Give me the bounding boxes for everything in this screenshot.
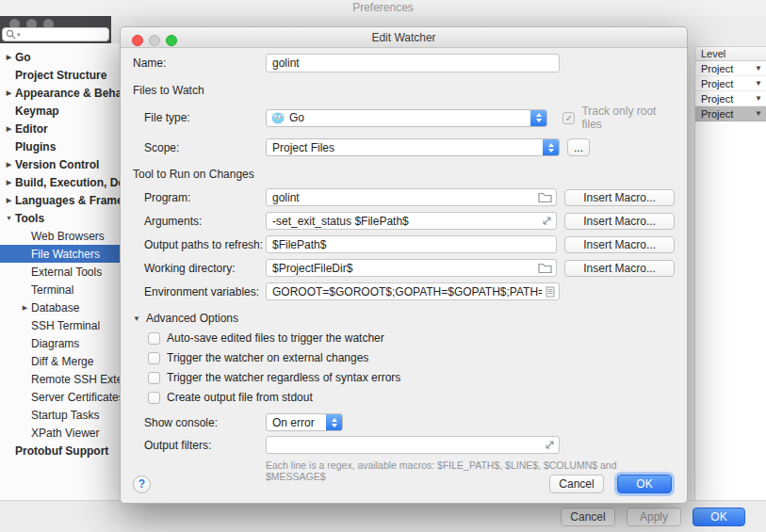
sidebar-item-build-execution-deployment[interactable]: ▶Build, Execution, Deployment <box>0 173 120 191</box>
settings-search-box[interactable]: ▾ <box>2 27 109 41</box>
dropdown-stepper-icon[interactable] <box>530 110 546 126</box>
expand-field-icon[interactable] <box>545 440 555 450</box>
sidebar-item-project-structure[interactable]: Project Structure <box>0 66 120 84</box>
disclosure-right-icon[interactable]: ▶ <box>3 89 15 97</box>
output-filters-input[interactable] <box>272 439 541 452</box>
level-cell-dropdown[interactable]: Project▼ <box>695 91 766 106</box>
sidebar-item-label: Appearance & Behavior <box>15 87 120 100</box>
insert-macro-button[interactable]: Insert Macro... <box>564 236 675 253</box>
track-only-root-files-checkbox[interactable]: ✓ Track only root files <box>562 105 675 131</box>
chevron-down-icon[interactable]: ▼ <box>755 64 762 73</box>
disclosure-right-icon[interactable]: ▶ <box>19 304 31 312</box>
output-paths-field[interactable] <box>266 235 557 253</box>
preferences-cancel-button[interactable]: Cancel <box>561 508 615 526</box>
sidebar-item-label: Remote SSH External Tools <box>31 373 120 386</box>
file-type-value: Go <box>289 111 304 124</box>
insert-macro-button[interactable]: Insert Macro... <box>564 260 675 277</box>
checkbox-unchecked-icon[interactable] <box>148 332 160 345</box>
sidebar-item-protobuf-support[interactable]: Protobuf Support <box>0 442 120 459</box>
search-input[interactable] <box>21 29 106 40</box>
edit-watcher-dialog: Edit Watcher Name: Files to Watch File t… <box>120 26 688 504</box>
sidebar-item-remote-ssh-external-tools[interactable]: Remote SSH External Tools <box>0 370 120 388</box>
output-paths-input[interactable] <box>272 238 552 251</box>
output-filters-field[interactable] <box>266 436 560 454</box>
expand-field-icon[interactable] <box>542 216 552 226</box>
disclosure-down-icon[interactable]: ▼ <box>3 215 15 221</box>
edit-variables-icon[interactable] <box>546 286 555 298</box>
working-directory-field[interactable] <box>266 259 557 277</box>
sidebar-item-label: SSH Terminal <box>31 319 100 332</box>
disclosure-right-icon[interactable]: ▶ <box>3 197 15 204</box>
advanced-options-toggle[interactable]: ▼ Advanced Options <box>133 312 675 325</box>
sidebar-item-diagrams[interactable]: Diagrams <box>0 334 120 352</box>
disclosure-right-icon[interactable]: ▶ <box>3 161 15 169</box>
sidebar-item-appearance-behavior[interactable]: ▶Appearance & Behavior <box>0 84 120 102</box>
name-field[interactable] <box>266 54 560 73</box>
disclosure-right-icon[interactable]: ▶ <box>3 125 15 133</box>
program-input[interactable] <box>272 191 534 204</box>
chevron-down-icon[interactable]: ▼ <box>755 109 762 118</box>
disclosure-right-icon[interactable]: ▶ <box>3 179 15 186</box>
working-directory-input[interactable] <box>272 262 534 275</box>
checkbox-auto-save-edited-files-to-trigger-the-watcher[interactable]: Auto-save edited files to trigger the wa… <box>148 331 675 345</box>
arguments-field[interactable] <box>266 212 557 230</box>
level-cell-dropdown[interactable]: Project▼ <box>695 76 766 91</box>
scope-dropdown[interactable]: Project Files <box>266 138 560 156</box>
dialog-zoom-button[interactable] <box>166 35 177 46</box>
insert-macro-button[interactable]: Insert Macro... <box>564 213 675 230</box>
sidebar-item-plugins[interactable]: Plugins <box>0 137 120 155</box>
checkbox-trigger-the-watcher-on-external-changes[interactable]: Trigger the watcher on external changes <box>148 351 675 364</box>
sidebar-item-tools[interactable]: ▼Tools <box>0 209 120 227</box>
preferences-ok-button[interactable]: OK <box>693 508 745 526</box>
sidebar-item-label: File Watchers <box>31 248 100 261</box>
advanced-options-label: Advanced Options <box>146 312 238 325</box>
sidebar-item-xpath-viewer[interactable]: XPath Viewer <box>0 424 120 442</box>
level-column-header[interactable]: Level <box>695 47 766 61</box>
checkbox-label: Trigger the watcher on external changes <box>167 351 368 364</box>
sidebar-item-diff-merge[interactable]: Diff & Merge <box>0 352 120 370</box>
folder-icon[interactable] <box>538 262 552 274</box>
checkbox-unchecked-icon[interactable] <box>148 352 160 364</box>
environment-variables-input[interactable] <box>272 285 542 298</box>
insert-macro-button[interactable]: Insert Macro... <box>564 189 675 206</box>
dialog-ok-button[interactable]: OK <box>617 475 672 493</box>
sidebar-item-startup-tasks[interactable]: Startup Tasks <box>0 406 120 424</box>
name-input[interactable] <box>272 56 555 70</box>
sidebar-item-server-certificates[interactable]: Server Certificates <box>0 388 120 406</box>
checkbox-unchecked-icon[interactable] <box>148 392 160 404</box>
level-cell-dropdown[interactable]: Project▼ <box>695 106 766 121</box>
program-field[interactable] <box>266 188 557 206</box>
dialog-close-button[interactable] <box>132 35 143 46</box>
scope-value: Project Files <box>272 141 334 154</box>
environment-variables-field[interactable] <box>266 282 560 300</box>
chevron-down-icon[interactable]: ▼ <box>755 94 762 103</box>
sidebar-item-ssh-terminal[interactable]: SSH Terminal <box>0 316 120 334</box>
sidebar-item-languages-frameworks[interactable]: ▶Languages & Frameworks <box>0 191 120 209</box>
show-console-dropdown[interactable]: On error <box>266 413 343 431</box>
dialog-cancel-button[interactable]: Cancel <box>549 475 604 493</box>
checkbox-trigger-the-watcher-regardless-of-syntax-errors[interactable]: Trigger the watcher regardless of syntax… <box>148 371 675 384</box>
sidebar-item-go[interactable]: ▶Go <box>0 48 120 66</box>
sidebar-item-editor[interactable]: ▶Editor <box>0 120 120 137</box>
preferences-apply-button[interactable]: Apply <box>627 508 681 526</box>
sidebar-item-terminal[interactable]: Terminal <box>0 281 120 298</box>
file-type-dropdown[interactable]: Go <box>266 109 547 127</box>
sidebar-item-file-watchers[interactable]: File Watchers <box>0 245 120 263</box>
checkbox-unchecked-icon[interactable] <box>148 372 160 384</box>
folder-icon[interactable] <box>538 191 552 203</box>
dropdown-stepper-icon[interactable] <box>543 139 559 155</box>
help-button[interactable]: ? <box>133 476 151 493</box>
sidebar-item-web-browsers[interactable]: Web Browsers <box>0 227 120 245</box>
disclosure-right-icon[interactable]: ▶ <box>3 54 15 61</box>
chevron-down-icon[interactable]: ▼ <box>755 79 762 88</box>
scope-browse-button[interactable]: ... <box>567 138 590 156</box>
level-cell-dropdown[interactable]: Project▼ <box>695 61 766 76</box>
dropdown-stepper-icon[interactable] <box>326 414 342 430</box>
sidebar-item-version-control[interactable]: ▶Version Control <box>0 155 120 173</box>
checkbox-create-output-file-from-stdout[interactable]: Create output file from stdout <box>148 391 675 404</box>
sidebar-item-database[interactable]: ▶Database <box>0 298 120 316</box>
sidebar-item-label: Startup Tasks <box>31 409 99 422</box>
sidebar-item-external-tools[interactable]: External Tools <box>0 263 120 281</box>
arguments-input[interactable] <box>272 215 538 228</box>
sidebar-item-keymap[interactable]: Keymap <box>0 102 120 120</box>
